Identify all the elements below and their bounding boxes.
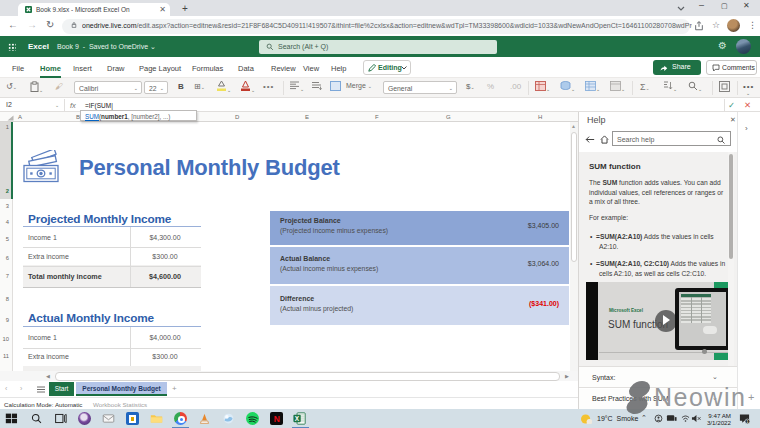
svg-text:X: X — [295, 415, 300, 422]
